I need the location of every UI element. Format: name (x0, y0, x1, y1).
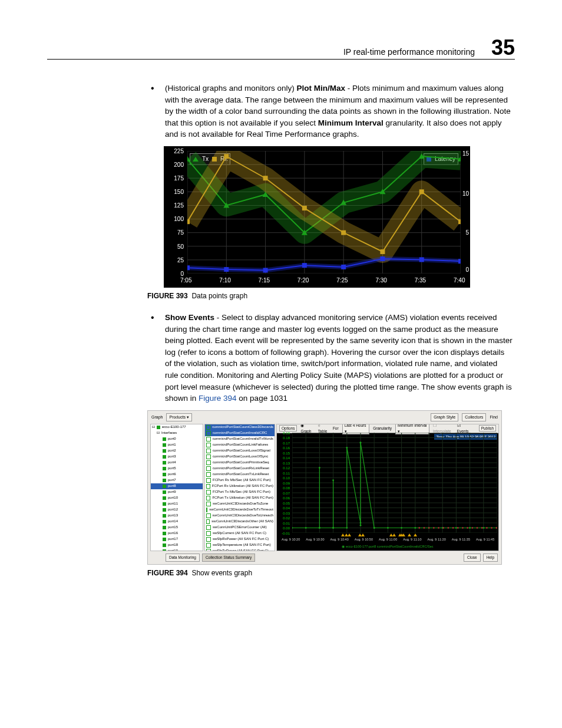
collector-item[interactable]: swConnUnitPCSErrorCounter (All) (205, 525, 275, 531)
collector-icon (206, 431, 211, 436)
nav-port-item[interactable]: port17 (151, 536, 203, 542)
nav-port-item[interactable]: port9 (151, 489, 203, 495)
collector-item[interactable]: comnicrdPortStatCountClass3Discards (205, 424, 275, 430)
bullet-show-events: • Show Events - Select to display advanc… (147, 312, 513, 404)
svg-point-80 (305, 527, 307, 529)
tab-data-monitoring[interactable]: Data Monitoring (166, 554, 200, 562)
svg-point-107 (433, 527, 435, 529)
publish-button[interactable]: Publish (479, 425, 496, 431)
collector-item[interactable]: comnicrdPortStatCountLossOfSync (205, 454, 275, 460)
nav-port-item[interactable]: port13 (151, 513, 203, 519)
collector-item[interactable]: swConnUnitC3DiscardsDueToTxTimeout (205, 507, 275, 513)
y-tick: 0.15 (278, 451, 290, 456)
collector-icon (206, 478, 211, 483)
nav-port-item[interactable]: port1 (151, 442, 203, 448)
collector-item[interactable]: comnicrdPortStatCountLossOfSignal (205, 448, 275, 454)
figure-393-chart: Tx Rx Latency 0255075100125150175200225 … (164, 146, 470, 288)
collector-item[interactable]: FCPort Rx Mb/Sec (All SAN FC Port) (205, 477, 275, 483)
products-dropdown[interactable]: Products ▾ (166, 413, 192, 421)
collector-item[interactable]: swSfpRxPower (All SAN FC Port C) (205, 536, 275, 542)
y-tick: 100 (168, 215, 184, 224)
find-label: Find (490, 414, 498, 420)
header-rule (47, 59, 515, 60)
collector-item[interactable]: swSfpTxPower (All SAN FC Port C) (205, 548, 275, 551)
nav-port-item[interactable]: port3 (151, 454, 203, 460)
collector-item[interactable]: swSfpTemperature (All SAN FC Port) (205, 542, 275, 548)
collector-icon (206, 484, 210, 489)
nav-port-item[interactable]: port12 (151, 507, 203, 513)
svg-point-100 (455, 527, 457, 529)
svg-point-110 (447, 527, 449, 529)
fig394-footer: Close Help (464, 554, 498, 561)
figure-394-caption: FIGURE 394 Show events graph (147, 568, 513, 578)
collector-item[interactable]: swConnUnitC3DiscardsDueToUnreach (205, 513, 275, 519)
y2-tick-0: 0 (465, 266, 469, 275)
collector-item[interactable]: comnicrdPortStatCountLinkFailures (205, 442, 275, 448)
y-tick: 0.16 (278, 446, 290, 451)
svg-point-95 (387, 527, 389, 529)
help-button[interactable]: Help (483, 554, 498, 561)
nav-port-item[interactable]: port11 (151, 501, 203, 507)
collector-item[interactable]: swSfpCurrent (All SAN FC Port C) (205, 531, 275, 536)
bullet-icon: • (151, 84, 154, 93)
nav-port-item[interactable]: port18 (151, 542, 203, 548)
collector-item[interactable]: swConnUnitC3DiscardsDueToZone (205, 501, 275, 507)
nav-port-item[interactable]: port0 (151, 436, 203, 442)
collector-item[interactable]: FCPort Rx Utilization (All SAN FC Port) (205, 483, 275, 489)
port-icon (163, 526, 166, 529)
close-button[interactable]: Close (464, 554, 481, 561)
event-marker-icon (414, 533, 417, 536)
y-tick: 0.10 (278, 476, 290, 481)
nav-port-item[interactable]: port14 (151, 519, 203, 525)
collector-item[interactable]: swConnUnitC3DiscardsOther (All SAN) (205, 519, 275, 525)
nav-group[interactable]: ⊟ Interfaces (151, 430, 203, 436)
nav-port-item[interactable]: port4 (151, 460, 203, 466)
svg-point-108 (438, 527, 439, 529)
collector-item[interactable]: FCPort Tx Utilization (All SAN FC Port) (205, 495, 275, 501)
nav-root[interactable]: ⊟ ecco-E100-177 (151, 424, 203, 430)
collector-icon (206, 449, 211, 453)
nav-port-item[interactable]: port6 (151, 472, 203, 477)
svg-point-118 (486, 527, 488, 529)
x-tick: 7:35 (415, 276, 426, 285)
port-icon (163, 538, 166, 541)
svg-point-117 (481, 527, 483, 529)
nav-group-label: Interfaces (161, 430, 177, 436)
collector-item[interactable]: comnicrdPortStatCountTxLinkReset (205, 472, 275, 477)
figure-393-caption: FIGURE 393 Data points graph (147, 291, 513, 301)
y-tick: 0.19 (278, 431, 290, 436)
y-tick: 25 (168, 256, 184, 265)
event-marker-icon (341, 533, 345, 536)
port-icon (163, 443, 166, 447)
collector-icon (206, 437, 211, 442)
svg-point-109 (442, 527, 444, 529)
collectors-button[interactable]: Collectors (462, 413, 486, 421)
collector-item[interactable]: comnicrdPortStatCountRxLinkReset (205, 466, 275, 472)
nav-port-item[interactable]: port8 (151, 483, 203, 489)
graph-style-button[interactable]: Graph Style (431, 413, 458, 421)
collector-item[interactable]: comnicrdPortStatCountInvalidTxWords (205, 436, 275, 442)
nav-port-item[interactable]: port5 (151, 466, 203, 472)
nav-tree-panel: ⊟ ecco-E100-177 ⊟ Interfaces port0port1p… (150, 424, 203, 551)
svg-point-92 (360, 442, 362, 443)
collector-item[interactable]: FCPort Tx Mb/Sec (All SAN FC Port) (205, 489, 275, 495)
nav-port-item[interactable]: port15 (151, 525, 203, 531)
event-marker-icon (392, 533, 396, 536)
nav-port-item[interactable]: port2 (151, 448, 203, 454)
svg-point-86 (332, 527, 334, 529)
x-tick: 7:40 (454, 276, 465, 285)
y-tick: 225 (168, 147, 184, 156)
figure-394-link[interactable]: Figure 394 (199, 394, 237, 403)
y-tick: 0.11 (278, 471, 290, 476)
nav-port-item[interactable]: port7 (151, 477, 203, 483)
nav-port-item[interactable]: port10 (151, 495, 203, 501)
graph-panel: Options ◉ Graph ○ Table For Last 4 Hours… (276, 424, 499, 551)
tab-collection-status[interactable]: Collection Status Summary (202, 554, 255, 562)
collector-icon (206, 508, 207, 512)
graph-legend-item: ◉ ecco-E100-177:port8 comnicrdPortStatCo… (277, 545, 498, 549)
collector-item[interactable]: comnicrdPortStatCountInvalidCRC (205, 430, 275, 436)
collector-item[interactable]: comnicrdPortStatCountPrimitiveSeq (205, 460, 275, 466)
nav-port-item[interactable]: port19 (151, 548, 203, 551)
nav-port-item[interactable]: port16 (151, 531, 203, 536)
y-tick: 0.02 (278, 516, 290, 521)
